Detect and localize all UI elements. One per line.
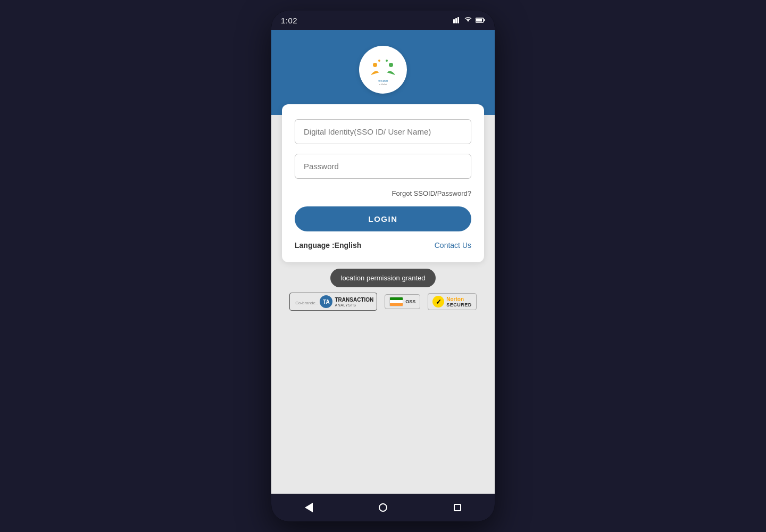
- svg-point-10: [386, 60, 388, 62]
- norton-text-block: Norton SECURED: [446, 296, 472, 307]
- svg-point-6: [380, 60, 386, 65]
- status-icons: [453, 16, 485, 25]
- oss-badge: OSS: [385, 294, 420, 309]
- app-body: जन-आधार e.Wallet Forgot SSOID/Password? …: [271, 30, 495, 494]
- login-button[interactable]: LOGIN: [295, 206, 471, 231]
- logo-circle: जन-आधार e.Wallet: [359, 46, 407, 94]
- wifi-icon: [464, 16, 472, 24]
- signal-icon: [453, 16, 461, 25]
- login-card: Forgot SSOID/Password? LOGIN Language :E…: [282, 104, 484, 262]
- phone-frame: 1:02: [271, 11, 495, 521]
- password-input[interactable]: [295, 154, 471, 179]
- svg-point-9: [378, 60, 380, 62]
- svg-point-8: [389, 63, 393, 67]
- svg-rect-1: [455, 18, 457, 23]
- status-bar: 1:02: [271, 11, 495, 30]
- norton-check-icon: ✓: [432, 296, 444, 307]
- svg-point-7: [373, 63, 377, 67]
- battery-icon: [476, 16, 485, 24]
- nav-bar: [271, 494, 495, 521]
- status-time: 1:02: [281, 16, 297, 25]
- ta-line2: ANALYSTS: [335, 303, 373, 307]
- recent-icon: [454, 504, 461, 511]
- svg-text:e.Wallet: e.Wallet: [379, 83, 387, 86]
- back-button[interactable]: [298, 497, 319, 518]
- toast-message: location permission granted: [330, 269, 436, 287]
- svg-rect-2: [457, 17, 459, 23]
- svg-text:जन-आधार: जन-आधार: [378, 79, 389, 82]
- svg-rect-0: [453, 19, 455, 23]
- ta-badge: Co-brande.. TA TRANSACTION ANALYSTS: [289, 293, 377, 311]
- language-label: Language :English: [295, 241, 361, 250]
- forgot-link[interactable]: Forgot SSOID/Password?: [392, 189, 471, 197]
- norton-name: Norton: [446, 296, 472, 302]
- oss-text: OSS: [405, 299, 415, 304]
- svg-rect-5: [484, 19, 485, 21]
- ta-line1: TRANSACTION: [335, 297, 373, 303]
- home-button[interactable]: [372, 497, 394, 518]
- recent-button[interactable]: [447, 497, 468, 518]
- forgot-link-container: Forgot SSOID/Password?: [295, 188, 471, 198]
- app-logo: जन-आधार e.Wallet: [364, 51, 402, 88]
- ta-icon: TA: [320, 295, 332, 308]
- language-value: English: [335, 241, 362, 250]
- co-branded-label: Co-brande..: [295, 298, 318, 305]
- header-section: जन-आधार e.Wallet: [271, 30, 495, 115]
- sponsor-strip: Co-brande.. TA TRANSACTION ANALYSTS OSS …: [284, 287, 482, 316]
- back-icon: [305, 503, 313, 512]
- svg-rect-4: [476, 19, 482, 21]
- oss-flag-icon: [389, 297, 403, 306]
- main-section: Forgot SSOID/Password? LOGIN Language :E…: [271, 115, 495, 494]
- ta-text-block: TRANSACTION ANALYSTS: [335, 297, 373, 307]
- norton-secured: SECURED: [446, 302, 472, 307]
- contact-us-link[interactable]: Contact Us: [435, 241, 471, 250]
- identity-input[interactable]: [295, 119, 471, 144]
- norton-badge: ✓ Norton SECURED: [428, 293, 477, 310]
- card-footer: Language :English Contact Us: [295, 241, 471, 250]
- home-icon: [379, 503, 387, 512]
